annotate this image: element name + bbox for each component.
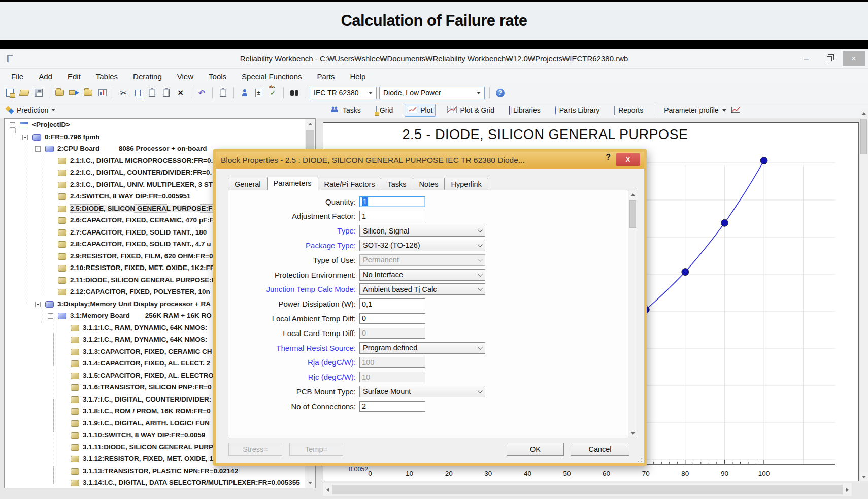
tree-item[interactable]: <ProjectID> — [5, 120, 315, 131]
send-icon[interactable] — [68, 87, 80, 99]
spellcheck-icon[interactable]: ✓ — [267, 87, 279, 99]
tree-collapse-toggle[interactable] — [48, 313, 53, 319]
undo-icon[interactable]: ↶ — [196, 87, 208, 99]
view-button-grid[interactable]: Grid — [373, 104, 396, 116]
menu-edit[interactable]: Edit — [68, 72, 81, 81]
view-button-libraries[interactable]: Libraries — [506, 104, 544, 116]
plot-vertical-scrollbar[interactable] — [860, 109, 868, 481]
menu-tools[interactable]: Tools — [209, 72, 226, 81]
menubar: FileAddEditTablesDeratingViewToolsSpecia… — [0, 69, 868, 84]
temp-button: Temp= — [289, 443, 343, 456]
cut-icon[interactable]: ✂ — [118, 87, 129, 99]
tree-collapse-toggle[interactable] — [10, 122, 15, 128]
view-button-reports[interactable]: Reports — [611, 104, 646, 116]
component-combo[interactable]: Diode, Low Power — [379, 87, 485, 99]
menu-help[interactable]: Help — [350, 72, 366, 81]
dialog-close-button[interactable]: X — [616, 153, 640, 166]
pcb-mount-type-select[interactable]: Surface Mount — [359, 386, 485, 397]
select-value: Ambient based Tj Calc — [363, 285, 437, 293]
dialog-scrollbar[interactable] — [628, 190, 637, 438]
folder-new-icon[interactable] — [54, 87, 65, 99]
adjustment-factor-input[interactable]: 1 — [359, 211, 425, 221]
menu-tables[interactable]: Tables — [96, 72, 118, 81]
package-type-select[interactable]: SOT-32 (TO-126) — [359, 240, 485, 251]
power-dissipation-w--input[interactable]: 0,1 — [359, 298, 425, 309]
menu-file[interactable]: File — [11, 72, 23, 81]
thermal-resist-source-select[interactable]: Program defined — [359, 342, 485, 354]
graph-icon[interactable] — [96, 87, 108, 99]
scroll-down-button[interactable] — [860, 472, 868, 481]
restore-icon — [827, 56, 832, 61]
tab-parameters[interactable]: Parameters — [267, 177, 318, 190]
tree-item[interactable]: 3.1.13:TRANSISTOR, PLASTIC NPN:FR=0.0214… — [5, 466, 315, 478]
ok-button[interactable]: OK — [507, 443, 564, 456]
view-button-plot-grid[interactable]: Plot & Grid — [444, 104, 497, 117]
standard-combo[interactable]: IEC TR 62380 — [310, 87, 377, 99]
scroll-up-button[interactable] — [628, 190, 637, 199]
view-button-plot[interactable]: Plot — [405, 104, 436, 117]
component-icon — [71, 349, 79, 355]
tab-notes[interactable]: Notes — [413, 178, 445, 190]
help-button[interactable]: ? — [494, 87, 506, 99]
menu-parts[interactable]: Parts — [317, 72, 335, 81]
tab-general[interactable]: General — [228, 178, 268, 190]
close-button[interactable]: × — [843, 51, 865, 66]
cancel-button[interactable]: Cancel — [571, 443, 629, 456]
minimize-button[interactable]: – — [795, 51, 817, 66]
find-icon[interactable] — [288, 87, 300, 99]
tab-hyperlink[interactable]: Hyperlink — [444, 178, 488, 190]
type-select[interactable]: Silicon, Signal — [359, 225, 485, 237]
prediction-menu-button[interactable]: Prediction — [3, 104, 58, 116]
page-pm-icon[interactable]: ± — [253, 87, 264, 99]
tree-collapse-toggle[interactable] — [22, 135, 28, 140]
plot-hscroll-track[interactable] — [332, 485, 843, 494]
svg-text:10: 10 — [406, 470, 413, 477]
new-icon[interactable] — [4, 87, 16, 99]
dialog-scrollbar-thumb[interactable] — [629, 200, 636, 228]
dialog-help-button[interactable]: ? — [606, 153, 611, 162]
local-ambient-temp-diff-input[interactable]: 0 — [359, 313, 425, 324]
menu-special-functions[interactable]: Special Functions — [242, 72, 302, 81]
tree-collapse-toggle[interactable] — [35, 146, 41, 152]
restore-button[interactable] — [818, 51, 841, 66]
chevron-right-icon — [846, 488, 849, 492]
scroll-down-button[interactable] — [305, 478, 315, 488]
paste-alt-icon[interactable] — [160, 87, 172, 99]
dialog-resize-grip[interactable] — [637, 457, 643, 463]
view-button-parts-library[interactable]: Parts Library — [552, 104, 603, 116]
menu-add[interactable]: Add — [39, 72, 52, 81]
dialog-titlebar[interactable]: Block Properties - 2.5 : DIODE, SILICON … — [216, 152, 644, 169]
caret-down-icon — [51, 109, 55, 111]
svg-text:0.0052: 0.0052 — [349, 465, 368, 473]
scroll-right-button[interactable] — [843, 483, 852, 496]
clipboard-icon[interactable] — [217, 87, 229, 99]
scroll-up-button[interactable] — [860, 109, 868, 118]
view-button-tasks[interactable]: Tasks — [326, 104, 364, 117]
tab-tasks[interactable]: Tasks — [381, 178, 413, 190]
junction-temp-calc-mode-select[interactable]: Ambient based Tj Calc — [359, 283, 485, 295]
user-icon[interactable] — [239, 87, 250, 99]
component-icon — [58, 217, 66, 224]
parameter-profile-button[interactable]: Parameter profile — [664, 106, 741, 114]
folder-icon[interactable] — [82, 87, 94, 99]
protection-environment-select[interactable]: No Interface — [359, 269, 485, 281]
menu-derating[interactable]: Derating — [133, 72, 162, 81]
quantity-input[interactable]: 1 — [359, 196, 425, 207]
menu-view[interactable]: View — [177, 72, 193, 81]
tree-item[interactable]: 3.1.14:I.C., DIGITAL, DATA SELECTOR/MULT… — [5, 478, 315, 488]
plot-horizontal-scrollbar[interactable] — [323, 483, 852, 496]
save-icon[interactable] — [32, 87, 44, 99]
delete-icon[interactable]: × — [175, 87, 186, 99]
open-icon[interactable] — [18, 87, 30, 99]
scroll-down-button[interactable] — [628, 429, 637, 438]
copy-icon[interactable] — [132, 87, 144, 99]
tab-rate-pi-factors[interactable]: Rate/Pi Factors — [318, 178, 382, 190]
scroll-up-button[interactable] — [305, 119, 315, 129]
paste-icon[interactable] — [146, 87, 158, 99]
no-of-connections-input[interactable]: 2 — [359, 401, 425, 412]
tree-collapse-toggle[interactable] — [35, 302, 41, 307]
tree-item[interactable]: 0:FR=0.796 fpmh — [5, 132, 315, 144]
plot-vscroll-thumb[interactable] — [860, 119, 867, 154]
scroll-left-button[interactable] — [323, 483, 332, 496]
tree-item-label: 3.1.14:I.C., DIGITAL, DATA SELECTOR/MULT… — [83, 479, 300, 486]
